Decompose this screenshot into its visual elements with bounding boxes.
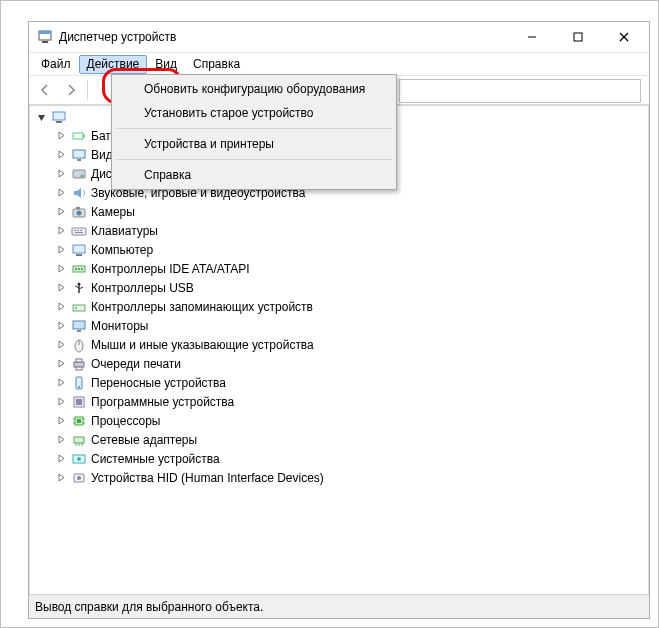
svg-rect-26 [75,268,77,270]
menu-item-add-legacy[interactable]: Установить старое устройство [114,101,394,125]
tree-node[interactable]: Сетевые адаптеры [34,430,648,449]
tree-node[interactable]: Системные устройства [34,449,648,468]
svg-point-16 [77,210,82,215]
svg-rect-47 [77,419,81,423]
expand-icon[interactable] [56,320,67,331]
tree-node[interactable]: Контроллеры IDE ATA/ATAPI [34,259,648,278]
titlebar: Диспетчер устройств [29,22,649,53]
tree-node-label: Мониторы [91,319,148,333]
expand-icon[interactable] [56,225,67,236]
svg-rect-27 [78,268,80,270]
menubar: Файл Действие Вид Справка [29,53,649,76]
window-title: Диспетчер устройств [59,30,176,44]
tree-node[interactable]: Мыши и иные указывающие устройства [34,335,648,354]
forward-button[interactable] [59,78,83,102]
tree-node-label: Устройства HID (Human Interface Devices) [91,471,324,485]
app-icon [37,29,53,45]
tree-node-label: Системные устройства [91,452,220,466]
tree-node[interactable]: Контроллеры USB [34,278,648,297]
status-text: Вывод справки для выбранного объекта. [35,600,263,614]
expand-icon[interactable] [56,244,67,255]
tree-node[interactable]: Переносные устройства [34,373,648,392]
maximize-button[interactable] [555,22,601,52]
tree-node-label: Камеры [91,205,135,219]
tree-node[interactable]: Процессоры [34,411,648,430]
minimize-button[interactable] [509,22,555,52]
svg-rect-35 [73,321,85,329]
svg-rect-19 [74,230,76,231]
back-button[interactable] [33,78,57,102]
collapse-icon[interactable] [36,112,47,123]
expand-icon[interactable] [56,206,67,217]
portable-icon [71,375,87,391]
menu-item-scan-hardware[interactable]: Обновить конфигурацию оборудования [114,77,394,101]
menu-action[interactable]: Действие [79,55,148,74]
menu-separator [116,128,392,129]
action-dropdown: Обновить конфигурацию оборудования Устан… [111,74,397,190]
svg-rect-7 [53,112,65,120]
svg-rect-28 [81,268,83,270]
svg-rect-4 [574,33,582,41]
expand-icon[interactable] [56,168,67,179]
expand-icon[interactable] [56,453,67,464]
tree-node[interactable]: Контроллеры запоминающих устройств [34,297,648,316]
device-manager-window: Диспетчер устройств Файл Действие Вид Сп… [28,21,650,619]
storage-icon [71,299,87,315]
expand-icon[interactable] [56,396,67,407]
expand-icon[interactable] [56,415,67,426]
svg-rect-45 [76,399,82,405]
tree-node-label: Очереди печати [91,357,181,371]
menu-item-devices-printers[interactable]: Устройства и принтеры [114,132,394,156]
tree-node-label: Мыши и иные указывающие устройства [91,338,314,352]
window-controls [509,22,647,52]
expand-icon[interactable] [56,187,67,198]
cpu-icon [71,413,87,429]
tree-node[interactable]: Мониторы [34,316,648,335]
expand-icon[interactable] [56,130,67,141]
tree-node[interactable]: Компьютер [34,240,648,259]
usb-icon [71,280,87,296]
tree-node[interactable]: Программные устройства [34,392,648,411]
menu-item-help[interactable]: Справка [114,163,394,187]
tree-node[interactable]: Устройства HID (Human Interface Devices) [34,468,648,487]
svg-rect-40 [76,359,82,362]
menu-help[interactable]: Справка [185,55,248,74]
svg-rect-8 [56,121,62,123]
expand-icon[interactable] [56,358,67,369]
svg-rect-33 [73,305,85,311]
svg-point-57 [77,457,81,461]
svg-rect-20 [77,230,79,231]
tree-node[interactable]: Клавиатуры [34,221,648,240]
menu-view[interactable]: Вид [147,55,185,74]
tree-node-label: Сетевые адаптеры [91,433,197,447]
tree-node[interactable]: Камеры [34,202,648,221]
close-button[interactable] [601,22,647,52]
expand-icon[interactable] [56,339,67,350]
svg-point-59 [77,476,81,480]
toolbar-field[interactable] [399,79,641,103]
svg-point-34 [75,307,77,309]
svg-rect-24 [76,254,82,256]
svg-rect-9 [73,133,83,139]
menu-file[interactable]: Файл [33,55,79,74]
network-icon [71,432,87,448]
tree-node-label: Программные устройства [91,395,234,409]
expand-icon[interactable] [56,301,67,312]
expand-icon[interactable] [56,472,67,483]
svg-point-14 [81,174,84,177]
expand-icon[interactable] [56,149,67,160]
svg-rect-1 [39,31,51,34]
mouse-icon [71,337,87,353]
computer-icon [71,242,87,258]
screenshot-frame: Диспетчер устройств Файл Действие Вид Сп… [0,0,659,628]
keyboard-icon [71,223,87,239]
tree-node[interactable]: Очереди печати [34,354,648,373]
disk-icon [71,166,87,182]
expand-icon[interactable] [56,377,67,388]
expand-icon[interactable] [56,434,67,445]
printer-icon [71,356,87,372]
svg-rect-11 [73,150,85,158]
expand-icon[interactable] [56,263,67,274]
expand-icon[interactable] [56,282,67,293]
svg-rect-39 [74,362,84,367]
